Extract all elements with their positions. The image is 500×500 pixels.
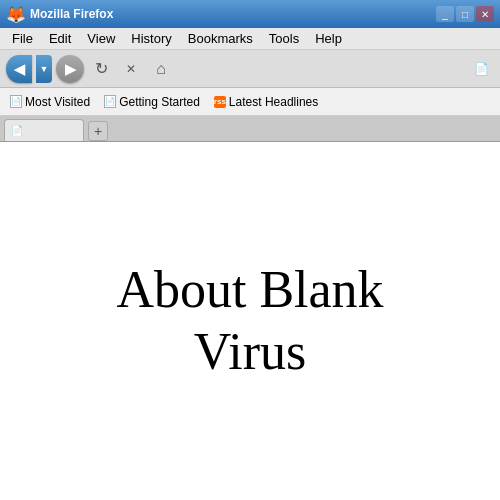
rss-icon: rss: [214, 96, 226, 108]
bookmark-most-visited[interactable]: 📄 Most Visited: [6, 93, 94, 111]
getting-started-icon: 📄: [104, 95, 116, 108]
page-button[interactable]: [468, 56, 494, 82]
tabs-row: 📄 +: [0, 116, 500, 142]
most-visited-icon: 📄: [10, 95, 22, 108]
menu-view[interactable]: View: [79, 29, 123, 48]
bookmark-getting-started[interactable]: 📄 Getting Started: [100, 93, 204, 111]
forward-button[interactable]: ▶: [56, 55, 84, 83]
menu-help[interactable]: Help: [307, 29, 350, 48]
menu-tools[interactable]: Tools: [261, 29, 307, 48]
bookmarks-toolbar: 📄 Most Visited 📄 Getting Started rss Lat…: [0, 88, 500, 116]
nav-toolbar: ◀ ▼ ▶: [0, 50, 500, 88]
home-button[interactable]: [148, 56, 174, 82]
most-visited-label: Most Visited: [25, 95, 90, 109]
menu-edit[interactable]: Edit: [41, 29, 79, 48]
page-title-line2: Virus: [194, 323, 306, 380]
firefox-logo-icon: 🦊: [6, 5, 26, 24]
window-controls: _ □ ✕: [436, 6, 494, 22]
menu-file[interactable]: File: [4, 29, 41, 48]
close-button[interactable]: ✕: [476, 6, 494, 22]
window-title: Mozilla Firefox: [30, 7, 436, 21]
new-tab-button[interactable]: +: [88, 121, 108, 141]
page-main-text: About Blank Virus: [116, 259, 383, 384]
back-button[interactable]: ◀: [6, 55, 32, 83]
latest-headlines-label: Latest Headlines: [229, 95, 318, 109]
title-bar: 🦊 Mozilla Firefox _ □ ✕: [0, 0, 500, 28]
maximize-button[interactable]: □: [456, 6, 474, 22]
menu-bar: File Edit View History Bookmarks Tools H…: [0, 28, 500, 50]
menu-bookmarks[interactable]: Bookmarks: [180, 29, 261, 48]
reload-button[interactable]: [88, 56, 114, 82]
getting-started-label: Getting Started: [119, 95, 200, 109]
bookmark-latest-headlines[interactable]: rss Latest Headlines: [210, 93, 322, 111]
minimize-button[interactable]: _: [436, 6, 454, 22]
page-title-line1: About Blank: [116, 261, 383, 318]
tab-icon: 📄: [11, 125, 23, 137]
menu-history[interactable]: History: [123, 29, 179, 48]
stop-button[interactable]: [118, 56, 144, 82]
page-content: About Blank Virus: [0, 142, 500, 500]
back-dropdown-button[interactable]: ▼: [36, 55, 52, 83]
tab-blank[interactable]: 📄: [4, 119, 84, 141]
